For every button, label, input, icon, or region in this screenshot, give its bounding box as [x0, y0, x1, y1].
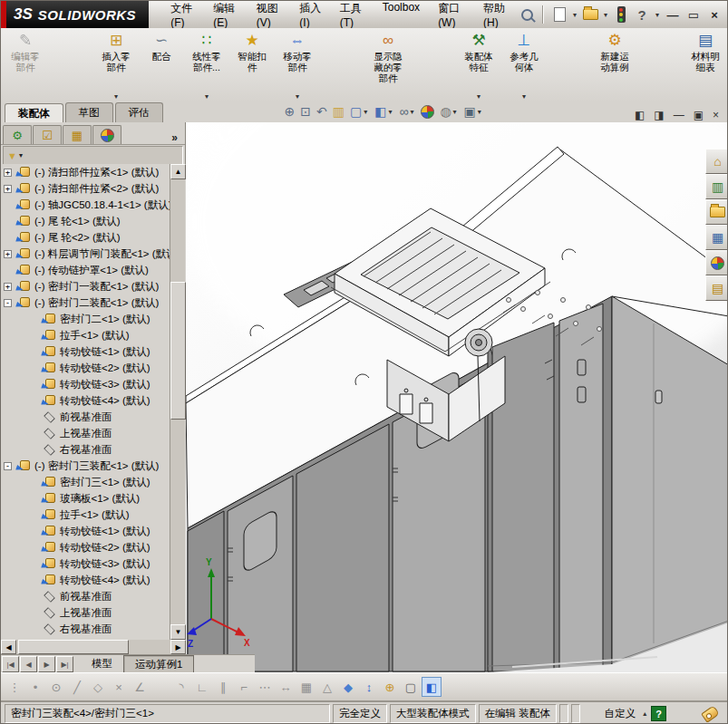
tree-item[interactable]: 拉手<1> (默认) — [1, 507, 186, 523]
tree-expander[interactable]: + — [4, 169, 12, 177]
edit-component-button[interactable]: ✎ 编辑零 部件 — [3, 29, 48, 101]
toolbar-button[interactable] — [637, 29, 683, 101]
smart-fasteners-button[interactable]: ★ 智能扣 件 — [229, 29, 275, 101]
tree-item[interactable]: 右视基准面 — [1, 621, 186, 637]
zoom-to-area-icon[interactable]: ⊡ — [298, 101, 313, 121]
previous-view-icon[interactable]: ↶ — [315, 101, 329, 121]
tree-expander[interactable]: + — [4, 250, 12, 258]
wireframe-box-icon[interactable]: ▢ — [401, 677, 421, 697]
dropdown-arrow[interactable]: ▾ — [451, 108, 459, 116]
tree-item[interactable]: 右视基准面 — [1, 441, 186, 458]
last-tab-button[interactable]: ▶| — [56, 656, 73, 672]
prev-tab-button[interactable]: ◀ — [20, 656, 37, 672]
tree-item[interactable]: (-) 轴JGC50.18.4-1<1> (默认) — [1, 197, 186, 213]
tag-icon[interactable] — [701, 705, 720, 723]
dropdown-arrow[interactable]: ▾ — [296, 92, 299, 101]
tree-item[interactable]: + (-) 料层调节闸门装配<1> (默认) — [1, 246, 186, 262]
snap-center-icon[interactable]: ⊙ — [46, 677, 66, 697]
scroll-up-button[interactable]: ▲ — [170, 164, 186, 179]
snap-intersection-icon[interactable]: × — [109, 677, 129, 697]
tree-item[interactable]: 转动铰链<1> (默认) — [1, 523, 186, 539]
view-palette-button[interactable]: ▦ — [705, 225, 728, 250]
restore-doc-button[interactable]: ▣ — [691, 108, 706, 122]
panel-tab[interactable] — [92, 125, 121, 144]
scroll-right-button[interactable]: ▶ — [170, 640, 186, 654]
display-style-icon[interactable]: ◧ ▾ — [373, 101, 395, 121]
tree-item[interactable]: 转动铰链<4> (默认) — [1, 572, 186, 588]
tree-item[interactable]: - (-) 密封门三装配<1> (默认) — [1, 458, 186, 474]
snap-midpoint-icon[interactable]: ╱ — [67, 677, 87, 697]
tab-sketch[interactable]: 草图 — [65, 102, 113, 122]
tree-item[interactable]: (-) 尾 轮<1> (默认) — [1, 213, 186, 229]
quick-tips-help-icon[interactable]: ? — [651, 706, 666, 721]
tree-expander[interactable]: + — [4, 283, 12, 291]
new-motion-study-button[interactable]: ⚙ 新建运 动算例 — [592, 29, 637, 101]
tree-filter-bar[interactable]: ▼ ▾ — [3, 146, 183, 165]
toolbar-button[interactable] — [48, 29, 93, 101]
insert-component-button[interactable]: ⊞ 插入零 部件 ▾ — [93, 29, 139, 101]
dropdown-arrow[interactable]: ▾ — [205, 92, 209, 101]
scroll-thumb[interactable] — [18, 640, 129, 654]
tree-item[interactable]: - (-) 密封门二装配<1> (默认) — [1, 294, 186, 311]
section-view-icon[interactable]: ▥ — [331, 101, 346, 121]
solidworks-rx-icon[interactable] — [612, 5, 630, 24]
tree-item[interactable]: 密封门二<1> (默认) — [1, 311, 186, 327]
tree-item[interactable]: 转动铰链<3> (默认) — [1, 376, 186, 392]
file-explorer-button[interactable] — [705, 199, 728, 225]
pane-left-button[interactable]: ◧ — [632, 108, 647, 122]
pane-right-button[interactable]: ◨ — [651, 108, 666, 122]
snap-points-icon[interactable]: • — [25, 677, 45, 697]
search-icon[interactable] — [518, 5, 536, 24]
custom-status[interactable]: 自定义 ▴ — [605, 707, 649, 720]
dropdown-arrow[interactable]: ▾ — [476, 108, 483, 116]
toolbar-drag-handle[interactable]: ⋮ — [5, 677, 24, 697]
tab-evaluate[interactable]: 评估 — [115, 102, 163, 122]
scroll-left-button[interactable]: ◀ — [1, 640, 16, 654]
design-library-button[interactable]: ▥ — [705, 174, 728, 199]
scroll-down-button[interactable]: ▼ — [170, 624, 186, 640]
show-hidden-components-button[interactable]: ∞ 显示隐 藏的零 部件 — [365, 29, 411, 101]
solidworks-resources-button[interactable]: ⌂ — [705, 149, 728, 174]
panel-tab[interactable]: ▦ — [63, 125, 92, 144]
snap-perpendicular-icon[interactable]: ∟ — [192, 677, 212, 697]
measure-icon[interactable]: ⊕ — [380, 677, 400, 697]
tab-assembly[interactable]: 装配体 — [5, 103, 63, 123]
tree-item[interactable]: + (-) 清扫部件拉紧<1> (默认) — [1, 164, 186, 180]
scroll-thumb[interactable] — [170, 282, 186, 420]
snap-grid-icon[interactable]: ▦ — [296, 677, 316, 697]
help-dropdown[interactable]: ▾ — [654, 11, 661, 19]
dropdown-arrow[interactable]: ▾ — [408, 108, 415, 116]
open-button[interactable] — [581, 5, 599, 24]
tree-expander[interactable]: - — [4, 462, 12, 470]
next-tab-button[interactable]: ▶ — [38, 656, 55, 672]
tree-item[interactable]: 转动铰链<4> (默认) — [1, 392, 186, 409]
minimize-doc-button[interactable]: — — [671, 108, 687, 122]
graphics-area[interactable]: Y X Z — [186, 122, 728, 672]
open-dropdown[interactable]: ▾ — [602, 11, 609, 19]
toolbar-button[interactable] — [547, 29, 592, 101]
assembly-features-button[interactable]: ⚒ 装配体 特征 ▾ — [456, 29, 501, 101]
tree-item[interactable]: (-) 传动链护罩<1> (默认) — [1, 262, 186, 278]
toolbar-button[interactable] — [320, 29, 365, 101]
apply-scene-icon[interactable]: ◍ ▾ — [438, 101, 460, 121]
reference-geometry-button[interactable]: ⊥ 参考几 何体 ▾ — [501, 29, 547, 101]
view-orientation-icon[interactable]: ▢ ▾ — [348, 101, 371, 121]
dropdown-arrow[interactable]: ▾ — [114, 92, 118, 101]
snap-hv-icon[interactable]: ⌐ — [234, 677, 254, 697]
tree-expander[interactable]: + — [4, 185, 12, 193]
custom-dropdown-arrow[interactable]: ▴ — [641, 710, 648, 718]
first-tab-button[interactable]: |◀ — [2, 656, 19, 672]
restore-button[interactable]: ▭ — [684, 5, 703, 24]
snap-length-icon[interactable]: ↔ — [276, 677, 296, 697]
tree-item[interactable]: 玻璃板<1> (默认) — [1, 490, 186, 507]
minimize-button[interactable]: — — [664, 5, 682, 24]
tree-item[interactable]: 密封门三<1> (默认) — [1, 474, 186, 490]
hide-show-items-icon[interactable]: ∞ ▾ — [397, 101, 417, 121]
snap-tool[interactable] — [150, 677, 170, 697]
panel-tab[interactable]: ⚙ — [3, 125, 32, 144]
tree-expander[interactable]: - — [4, 299, 12, 307]
bill-of-materials-button[interactable]: ▤ 材料明 细表 — [683, 29, 728, 101]
dropdown-arrow[interactable]: ▾ — [386, 108, 393, 116]
toolbar-button[interactable] — [411, 29, 456, 101]
dropdown-arrow[interactable]: ▾ — [477, 92, 480, 101]
